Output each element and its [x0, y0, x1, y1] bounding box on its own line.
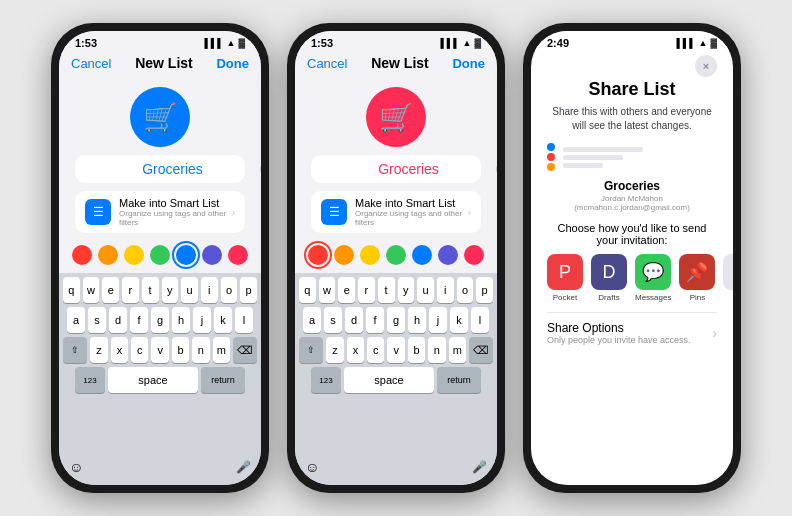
done-button-1[interactable]: Done: [216, 56, 249, 71]
key-space-1[interactable]: space: [108, 367, 198, 393]
app-pocket[interactable]: P Pocket: [547, 254, 583, 302]
key-x-2[interactable]: x: [347, 337, 364, 363]
key-t-1[interactable]: t: [142, 277, 159, 303]
color-orange-1[interactable]: [98, 245, 118, 265]
key-y-1[interactable]: y: [162, 277, 179, 303]
app-drafts[interactable]: D Drafts: [591, 254, 627, 302]
key-c-1[interactable]: c: [131, 337, 148, 363]
key-j-2[interactable]: j: [429, 307, 447, 333]
smart-list-row-2[interactable]: ☰ Make into Smart List Organize using ta…: [311, 191, 481, 233]
color-yellow-2[interactable]: [360, 245, 380, 265]
key-l-2[interactable]: l: [471, 307, 489, 333]
key-f-2[interactable]: f: [366, 307, 384, 333]
key-backspace-2[interactable]: ⌫: [469, 337, 493, 363]
key-space-2[interactable]: space: [344, 367, 434, 393]
key-p-1[interactable]: p: [240, 277, 257, 303]
list-name-input-2[interactable]: [321, 161, 496, 177]
app-messages[interactable]: 💬 Messages: [635, 254, 671, 302]
list-name-input-1[interactable]: [85, 161, 260, 177]
key-k-1[interactable]: k: [214, 307, 232, 333]
key-r-1[interactable]: r: [122, 277, 139, 303]
key-shift-1[interactable]: ⇧: [63, 337, 87, 363]
key-w-2[interactable]: w: [319, 277, 336, 303]
key-u-2[interactable]: u: [417, 277, 434, 303]
key-e-1[interactable]: e: [102, 277, 119, 303]
text-input-row-1[interactable]: ✕: [75, 155, 245, 183]
key-i-2[interactable]: i: [437, 277, 454, 303]
cancel-button-1[interactable]: Cancel: [71, 56, 111, 71]
key-g-2[interactable]: g: [387, 307, 405, 333]
key-g-1[interactable]: g: [151, 307, 169, 333]
clear-button-1[interactable]: ✕: [260, 162, 261, 176]
key-v-2[interactable]: v: [387, 337, 404, 363]
key-l-1[interactable]: l: [235, 307, 253, 333]
key-s-1[interactable]: s: [88, 307, 106, 333]
key-k-2[interactable]: k: [450, 307, 468, 333]
color-red-1[interactable]: [72, 245, 92, 265]
emoji-button-1[interactable]: ☺: [69, 459, 83, 475]
color-blue-1[interactable]: [176, 245, 196, 265]
key-r-2[interactable]: r: [358, 277, 375, 303]
mic-button-2[interactable]: 🎤: [472, 460, 487, 474]
key-x-1[interactable]: x: [111, 337, 128, 363]
color-green-2[interactable]: [386, 245, 406, 265]
clear-button-2[interactable]: ✕: [496, 162, 497, 176]
cancel-button-2[interactable]: Cancel: [307, 56, 347, 71]
key-c-2[interactable]: c: [367, 337, 384, 363]
key-u-1[interactable]: u: [181, 277, 198, 303]
key-d-1[interactable]: d: [109, 307, 127, 333]
emoji-button-2[interactable]: ☺: [305, 459, 319, 475]
close-button[interactable]: ×: [695, 55, 717, 77]
color-green-1[interactable]: [150, 245, 170, 265]
list-icon-1[interactable]: 🛒: [130, 87, 190, 147]
key-backspace-1[interactable]: ⌫: [233, 337, 257, 363]
key-q-1[interactable]: q: [63, 277, 80, 303]
color-yellow-1[interactable]: [124, 245, 144, 265]
key-i-1[interactable]: i: [201, 277, 218, 303]
key-123-2[interactable]: 123: [311, 367, 341, 393]
key-m-1[interactable]: m: [213, 337, 230, 363]
key-b-2[interactable]: b: [408, 337, 425, 363]
key-123-1[interactable]: 123: [75, 367, 105, 393]
key-n-2[interactable]: n: [428, 337, 445, 363]
color-orange-2[interactable]: [334, 245, 354, 265]
color-pink-1[interactable]: [228, 245, 248, 265]
key-z-2[interactable]: z: [326, 337, 343, 363]
key-q-2[interactable]: q: [299, 277, 316, 303]
key-o-2[interactable]: o: [457, 277, 474, 303]
key-f-1[interactable]: f: [130, 307, 148, 333]
key-h-2[interactable]: h: [408, 307, 426, 333]
key-v-1[interactable]: v: [151, 337, 168, 363]
color-blue-2[interactable]: [412, 245, 432, 265]
key-z-1[interactable]: z: [90, 337, 107, 363]
done-button-2[interactable]: Done: [452, 56, 485, 71]
color-red-2[interactable]: [308, 245, 328, 265]
key-d-2[interactable]: d: [345, 307, 363, 333]
key-return-1[interactable]: return: [201, 367, 245, 393]
key-o-1[interactable]: o: [221, 277, 238, 303]
key-t-2[interactable]: t: [378, 277, 395, 303]
key-n-1[interactable]: n: [192, 337, 209, 363]
key-a-2[interactable]: a: [303, 307, 321, 333]
key-s-2[interactable]: s: [324, 307, 342, 333]
key-shift-2[interactable]: ⇧: [299, 337, 323, 363]
app-pins[interactable]: 📌 Pins: [679, 254, 715, 302]
key-j-1[interactable]: j: [193, 307, 211, 333]
list-icon-2[interactable]: 🛒: [366, 87, 426, 147]
key-b-1[interactable]: b: [172, 337, 189, 363]
smart-list-row-1[interactable]: ☰ Make into Smart List Organize using ta…: [75, 191, 245, 233]
text-input-row-2[interactable]: ✕: [311, 155, 481, 183]
key-w-1[interactable]: w: [83, 277, 100, 303]
color-purple-2[interactable]: [438, 245, 458, 265]
app-more[interactable]: •••: [723, 254, 733, 290]
color-purple-1[interactable]: [202, 245, 222, 265]
key-a-1[interactable]: a: [67, 307, 85, 333]
key-e-2[interactable]: e: [338, 277, 355, 303]
key-return-2[interactable]: return: [437, 367, 481, 393]
color-pink-2[interactable]: [464, 245, 484, 265]
key-y-2[interactable]: y: [398, 277, 415, 303]
mic-button-1[interactable]: 🎤: [236, 460, 251, 474]
key-h-1[interactable]: h: [172, 307, 190, 333]
key-m-2[interactable]: m: [449, 337, 466, 363]
share-options-row[interactable]: Share Options Only people you invite hav…: [547, 312, 717, 353]
